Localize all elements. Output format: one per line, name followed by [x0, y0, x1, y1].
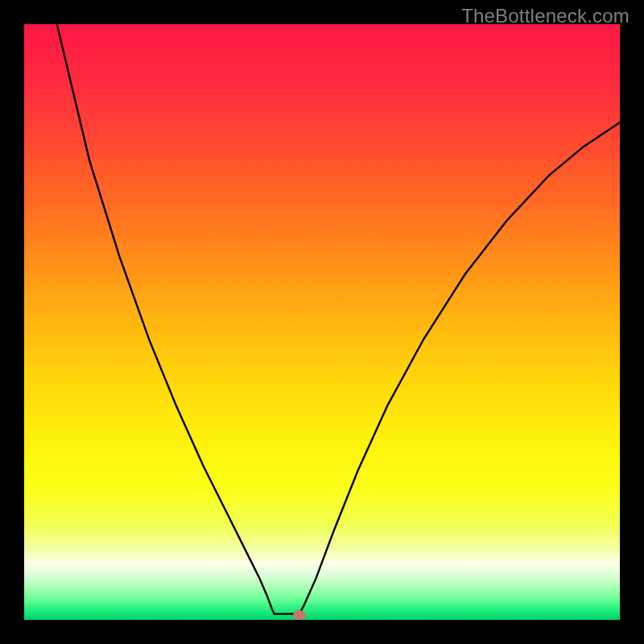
plot-area — [24, 24, 620, 620]
bottleneck-curve — [24, 24, 620, 620]
chart-frame: TheBottleneck.com — [0, 0, 644, 644]
optimal-point-marker — [293, 610, 306, 620]
